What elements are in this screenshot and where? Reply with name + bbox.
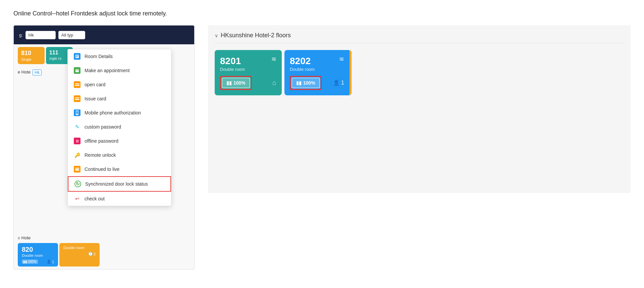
sync-icon: ↻	[74, 181, 81, 187]
menu-item-open-card[interactable]: open card	[68, 78, 171, 92]
svg-rect-2	[76, 56, 77, 57]
svg-rect-14	[75, 167, 79, 171]
battery-indicator: ▮▮ 100%	[222, 78, 250, 88]
menu-label: Remote unlock	[85, 152, 116, 158]
menu-item-issue-card[interactable]: Issue card	[68, 92, 171, 106]
menu-label: Mobile phone authorization	[85, 110, 141, 115]
checkout-icon: ↩	[74, 195, 80, 202]
mobile-auth-icon	[74, 109, 80, 116]
menu-label: Make an appointment	[85, 68, 130, 73]
svg-point-13	[77, 114, 77, 115]
svg-rect-4	[76, 69, 77, 70]
room-number: 111	[49, 50, 69, 56]
room-type: Double room	[220, 67, 276, 72]
page-title: Online Control--hotel Frontdesk adjust l…	[13, 10, 631, 17]
room-card-orange[interactable]: Double room 🕐 2	[59, 243, 100, 267]
menu-item-sync-door[interactable]: ↻ Synchronized door lock status	[68, 176, 171, 192]
wifi-icon: ≋	[339, 55, 344, 63]
room-card-810[interactable]: 810 Single	[18, 47, 45, 64]
room-details-icon	[74, 53, 80, 60]
room-type: Double room	[290, 67, 344, 72]
continued-live-icon	[74, 166, 80, 173]
battery-indicator: ▮▮ 100%	[22, 259, 38, 264]
menu-label: custom password	[85, 124, 121, 130]
bottom-hotel-label: e Hote	[18, 235, 190, 240]
room-number: 810	[21, 50, 41, 57]
svg-rect-8	[75, 84, 79, 85]
room-card-8202[interactable]: ≋ 8202 Double room ▮▮ 100% 👤 1	[284, 50, 352, 95]
menu-label: open card	[85, 82, 105, 87]
svg-rect-10	[75, 98, 79, 99]
right-panel: ∨ HKsunshine Hotel-2 floors ≋ 8201 Doubl…	[208, 25, 631, 193]
menu-label: offline password	[85, 138, 118, 144]
hotel-label-partial: e Hote	[18, 69, 31, 76]
svg-rect-16	[78, 167, 79, 168]
menu-label: Room Details	[85, 54, 113, 59]
right-room-cards: ≋ 8201 Double room ▮▮ 100% ⌂ ≋ 8202	[215, 50, 624, 95]
filter-bar: g:	[14, 26, 194, 44]
home-icon: ⌂	[272, 79, 276, 87]
menu-label: Issue card	[85, 96, 106, 101]
wifi-icon: ≋	[271, 55, 276, 63]
battery-highlight-box: ▮▮ 100%	[290, 76, 322, 90]
open-card-icon	[74, 81, 80, 88]
menu-label: Continued to live	[85, 166, 119, 172]
bottom-room-cards: 820 Double room ▮▮ 100% 👤 1	[18, 243, 190, 267]
clock-count: 🕐 2	[88, 252, 96, 256]
svg-rect-3	[75, 69, 79, 72]
person-count: 👤 1	[333, 80, 344, 86]
menu-item-make-appointment[interactable]: Make an appointment	[68, 63, 171, 78]
menu-item-remote-unlock[interactable]: 🔑 Remote unlock	[68, 148, 171, 162]
room-number: 8202	[290, 55, 344, 67]
menu-label: Synchronized door lock status	[85, 181, 148, 187]
menu-label: check out	[85, 196, 105, 201]
issue-card-icon	[74, 95, 80, 102]
chevron-down-icon: ∨	[215, 33, 218, 38]
battery-indicator: ▮▮ 100%	[291, 78, 320, 88]
hotel-header: ∨ HKsunshine Hotel-2 floors	[215, 32, 624, 43]
svg-rect-1	[76, 55, 78, 56]
filter-label: g:	[19, 33, 23, 38]
room-number: 820	[22, 246, 54, 253]
menu-item-check-out[interactable]: ↩ check out	[68, 192, 171, 206]
svg-rect-5	[78, 69, 78, 70]
room-card-8201[interactable]: ≋ 8201 Double room ▮▮ 100% ⌂	[215, 50, 282, 95]
type-filter-input[interactable]	[58, 31, 85, 39]
context-menu: Room Details Make an appointment	[67, 49, 171, 206]
room-type: Double room	[22, 253, 54, 257]
offline-password-icon: ⊞	[74, 138, 80, 144]
custom-password-icon: ✎	[74, 124, 80, 130]
room-number: 8201	[220, 55, 276, 67]
room-type: Single	[21, 57, 41, 61]
menu-item-offline-password[interactable]: ⊞ offline password	[68, 134, 171, 148]
room-type: ingle ro	[49, 56, 69, 60]
appointment-icon	[74, 67, 80, 74]
svg-rect-12	[76, 111, 78, 114]
menu-item-custom-password[interactable]: ✎ custom password	[68, 120, 171, 134]
hotel-name: HKsunshine Hotel-2 floors	[221, 32, 291, 39]
svg-rect-17	[75, 169, 79, 169]
person-count: 👤 1	[47, 259, 54, 264]
battery-highlight-box: ▮▮ 100%	[220, 76, 252, 90]
menu-item-continued-live[interactable]: Continued to live	[68, 162, 171, 176]
room-card-820[interactable]: 820 Double room ▮▮ 100% 👤 1	[18, 243, 58, 267]
remote-unlock-icon: 🔑	[74, 152, 80, 158]
hotel-badge: Hk	[33, 69, 42, 76]
hotel-filter-input[interactable]	[25, 31, 56, 39]
menu-item-mobile-auth[interactable]: Mobile phone authorization	[68, 106, 171, 120]
svg-rect-15	[76, 167, 76, 168]
menu-item-room-details[interactable]: Room Details	[68, 49, 171, 63]
room-type: Double room	[63, 246, 96, 250]
svg-rect-6	[75, 70, 79, 70]
